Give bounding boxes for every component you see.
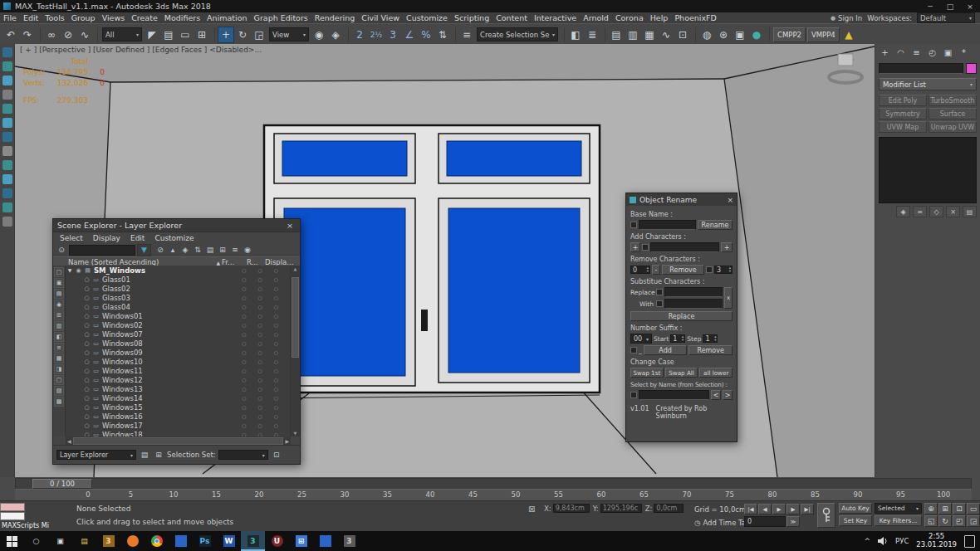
menu-content[interactable]: Content (492, 12, 531, 23)
hierarchy-tab-icon[interactable]: ≡ (910, 47, 923, 58)
visibility-icon[interactable]: ○ (82, 377, 91, 383)
rectangular-selection-region-icon[interactable]: ▭ (177, 27, 194, 43)
pin-stack-icon[interactable]: ◈ (896, 206, 910, 217)
display-dot-icon[interactable]: ○ (274, 340, 278, 346)
rename-button[interactable]: Rename (698, 220, 733, 230)
frozen-dot-icon[interactable]: ○ (242, 285, 246, 291)
modifier-button-unwrap-uvw[interactable]: Unwrap UVW (929, 121, 977, 133)
left-toolbar-icon-1[interactable] (2, 47, 12, 57)
select-object-icon[interactable]: ◤ (144, 27, 160, 43)
selection-set-dropdown[interactable] (218, 450, 268, 460)
render-dot-icon[interactable]: ○ (258, 285, 262, 291)
se-side-icon-13[interactable]: ▩ (54, 397, 64, 407)
vmpp4-button[interactable]: VMPP4 (807, 27, 840, 42)
scene-explorer-close-button[interactable]: × (284, 221, 296, 230)
swap-all-button[interactable]: Swap All (665, 368, 698, 378)
explorer-row[interactable]: ○▭Windows02○○○ (66, 320, 290, 329)
display-rollup-icon[interactable]: ▤ (204, 245, 216, 256)
render-dot-icon[interactable]: ○ (258, 386, 262, 392)
field-of-view-icon[interactable]: ◰ (953, 515, 966, 527)
go-to-end-button[interactable]: ▶| (801, 504, 814, 514)
scroll-down-icon[interactable]: ▼ (291, 431, 300, 436)
frozen-dot-icon[interactable]: ○ (242, 267, 246, 273)
render-dot-icon[interactable]: ○ (258, 368, 262, 373)
se-side-icon-8[interactable]: ≡ (54, 343, 64, 353)
select-and-manipulate-icon[interactable]: ◈ (327, 27, 344, 43)
render-dot-icon[interactable]: ○ (258, 422, 262, 428)
add-suffix-button[interactable]: Add (644, 345, 688, 355)
se-side-icon-2[interactable]: ▣ (54, 278, 64, 288)
menu-rendering[interactable]: Rendering (311, 12, 359, 23)
display-children-icon[interactable]: ⊞ (217, 245, 228, 256)
modify-tab-icon[interactable]: ◠ (894, 47, 907, 58)
select-and-rotate-icon[interactable]: ↻ (234, 27, 251, 43)
language-indicator[interactable]: РУС (895, 537, 909, 545)
explorer-menu-customize[interactable]: Customize (150, 234, 198, 242)
action-center-icon[interactable] (964, 535, 975, 548)
clear-substitute-button[interactable]: x (724, 287, 733, 309)
start-spinner[interactable]: 1 (670, 334, 685, 343)
photoshop-icon[interactable]: Ps (193, 531, 217, 551)
display-dot-icon[interactable]: ○ (274, 404, 278, 410)
frozen-dot-icon[interactable]: ○ (242, 368, 246, 373)
time-slider-track[interactable]: 0 / 100 (15, 478, 972, 490)
replace-checkbox[interactable] (656, 289, 663, 295)
with-field[interactable] (664, 299, 723, 309)
render-dot-icon[interactable]: ○ (258, 395, 262, 401)
close-button[interactable]: × (960, 0, 980, 12)
left-toolbar-icon-4[interactable] (2, 90, 12, 100)
frozen-dot-icon[interactable]: ○ (242, 340, 246, 346)
with-checkbox[interactable] (656, 300, 663, 307)
modifier-button-turbosmooth[interactable]: TurboSmooth (929, 95, 977, 106)
zoom-all-icon[interactable]: ⊞ (938, 503, 952, 514)
display-dot-icon[interactable]: ○ (274, 313, 278, 319)
pick-parent-icon[interactable]: ▴ (167, 245, 179, 256)
menu-corona[interactable]: Corona (612, 12, 647, 23)
frozen-dot-icon[interactable]: ○ (242, 331, 246, 337)
display-dot-icon[interactable]: ○ (274, 422, 278, 428)
suffix-format-dropdown[interactable]: 00 (630, 334, 652, 344)
select-by-name-icon[interactable]: ▤ (160, 27, 177, 43)
menu-create[interactable]: Create (128, 12, 161, 23)
macro-recorder-field[interactable] (0, 503, 25, 511)
window-model[interactable] (264, 125, 600, 398)
create-tab-icon[interactable]: + (879, 47, 891, 58)
schematic-view-icon[interactable]: ⊡ (674, 27, 691, 43)
hscrollbar-thumb[interactable] (73, 437, 284, 445)
next-frame-button[interactable]: ▶ (786, 504, 800, 514)
visibility-icon[interactable]: ○ (82, 368, 91, 374)
render-dot-icon[interactable]: ○ (258, 313, 262, 319)
select-by-name-field[interactable] (639, 390, 709, 400)
angle-snap-icon[interactable]: ∠ (401, 27, 418, 43)
display-dot-icon[interactable]: ○ (274, 413, 278, 419)
se-side-icon-3[interactable]: ▤ (54, 289, 64, 299)
clock[interactable]: 2:55 23.01.2019 (916, 533, 957, 549)
replace-field[interactable] (664, 287, 723, 297)
se-side-icon-6[interactable]: ▥ (54, 321, 64, 331)
mirror-icon[interactable]: ◧ (567, 27, 584, 43)
maximize-viewport-icon[interactable]: ◲ (967, 515, 980, 527)
app-icon-maroon[interactable]: U (265, 531, 289, 551)
render-dot-icon[interactable]: ○ (258, 358, 262, 364)
menu-views[interactable]: Views (99, 12, 129, 23)
se-side-icon-11[interactable]: □ (54, 375, 64, 385)
explorer-row[interactable]: ○▭Windows18○○○ (66, 430, 290, 436)
motion-tab-icon[interactable]: ◴ (926, 47, 938, 58)
frozen-dot-icon[interactable]: ○ (242, 386, 246, 392)
menu-civil-view[interactable]: Civil View (358, 12, 403, 23)
display-dot-icon[interactable]: ○ (274, 358, 278, 364)
percent-snap-icon[interactable]: % (418, 27, 434, 43)
render-dot-icon[interactable]: ○ (258, 331, 262, 337)
display-dot-icon[interactable]: ○ (274, 276, 278, 282)
explorer-row[interactable]: ○▭Glass04○○○ (66, 302, 290, 311)
visibility-icon[interactable]: ○ (82, 276, 91, 283)
named-selection-sets-dropdown[interactable]: Create Selection Se (477, 27, 558, 41)
step-spinner[interactable]: 1 (703, 334, 718, 343)
chrome-icon[interactable] (145, 531, 169, 551)
sync-selection-icon[interactable]: ⇅ (192, 245, 203, 256)
pan-icon[interactable]: ◱ (924, 515, 938, 527)
app-icon-amber[interactable]: 3 (96, 531, 120, 551)
frozen-dot-icon[interactable]: ○ (242, 422, 246, 428)
visibility-icon[interactable]: ○ (82, 304, 91, 310)
base-name-field[interactable] (639, 220, 696, 230)
